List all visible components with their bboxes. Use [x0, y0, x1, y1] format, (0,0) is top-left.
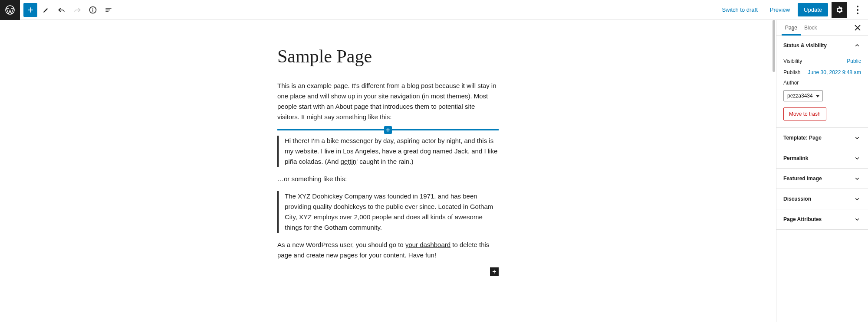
close-icon	[852, 23, 863, 33]
gear-icon	[835, 6, 844, 14]
visibility-row: Visibility Public	[783, 55, 861, 67]
undo-button[interactable]	[55, 3, 69, 17]
dots-vertical-icon	[851, 3, 865, 17]
outline-button[interactable]	[102, 3, 115, 17]
update-button[interactable]: Update	[798, 3, 828, 16]
more-options-button[interactable]	[851, 2, 865, 18]
panel-header-discussion[interactable]: Discussion	[776, 189, 868, 209]
add-block-end: +	[277, 267, 499, 276]
preview-button[interactable]: Preview	[766, 3, 794, 16]
top-toolbar: Switch to draft Preview Update	[0, 0, 868, 20]
switch-to-draft-button[interactable]: Switch to draft	[717, 3, 762, 16]
panel-title: Featured image	[783, 176, 822, 182]
panel-title: Template: Page	[783, 135, 822, 141]
paragraph-block[interactable]: This is an example page. It's different …	[277, 81, 499, 122]
chevron-down-icon	[853, 154, 861, 162]
details-button[interactable]	[86, 3, 100, 17]
quote-text: The XYZ Doohickey Company was founded in…	[285, 191, 499, 233]
panel-title: Permalink	[783, 155, 808, 161]
svg-point-3	[857, 9, 858, 11]
wordpress-logo[interactable]	[0, 0, 20, 20]
visibility-label: Visibility	[783, 58, 802, 64]
settings-sidebar: Page Block Status & visibility Visibilit…	[776, 20, 868, 322]
toolbar-left	[20, 3, 119, 17]
add-block-button[interactable]	[23, 3, 37, 17]
author-select[interactable]: pezza3434	[783, 90, 823, 101]
chevron-down-icon	[853, 175, 861, 182]
redo-icon	[73, 6, 82, 14]
close-sidebar-button[interactable]	[852, 23, 863, 33]
paragraph-block[interactable]: …or something like this:	[277, 174, 499, 184]
panel-discussion: Discussion	[776, 189, 868, 209]
undo-icon	[57, 6, 66, 14]
scrollbar[interactable]	[773, 20, 775, 72]
publish-value[interactable]: June 30, 2022 9:48 am	[808, 69, 861, 75]
panel-permalink: Permalink	[776, 148, 868, 169]
visibility-value[interactable]: Public	[847, 58, 861, 64]
info-icon	[89, 6, 97, 14]
chevron-down-icon	[853, 134, 861, 142]
chevron-down-icon	[853, 215, 861, 223]
panel-page-attributes: Page Attributes	[776, 209, 868, 230]
panel-title: Page Attributes	[783, 216, 822, 222]
edit-mode-button[interactable]	[39, 3, 53, 17]
panel-header-featured-image[interactable]: Featured image	[776, 169, 868, 189]
panel-status-visibility: Status & visibility Visibility Public Pu…	[776, 36, 868, 128]
pencil-icon	[42, 6, 50, 14]
quote-text: Hi there! I'm a bike messenger by day, a…	[285, 136, 499, 167]
panel-header-status[interactable]: Status & visibility	[776, 36, 868, 55]
tab-page[interactable]: Page	[782, 20, 801, 35]
author-value: pezza3434	[787, 93, 813, 99]
panel-template: Template: Page	[776, 128, 868, 148]
panel-title: Discussion	[783, 196, 811, 202]
inline-add-block-button[interactable]: +	[384, 126, 392, 134]
redo-button[interactable]	[70, 3, 84, 17]
svg-point-4	[857, 13, 858, 14]
plus-icon	[26, 6, 35, 14]
svg-point-2	[857, 6, 858, 7]
block-insert-line: +	[277, 129, 499, 130]
publish-row: Publish June 30, 2022 9:48 am	[783, 67, 861, 78]
panel-header-template[interactable]: Template: Page	[776, 128, 868, 148]
panel-featured-image: Featured image	[776, 169, 868, 189]
panel-title: Status & visibility	[783, 42, 827, 49]
editor-area[interactable]: Sample Page This is an example page. It'…	[0, 20, 776, 322]
toolbar-right: Switch to draft Preview Update	[717, 2, 868, 18]
chevron-up-icon	[853, 42, 861, 49]
quote-block[interactable]: The XYZ Doohickey Company was founded in…	[277, 191, 499, 233]
quote-block[interactable]: Hi there! I'm a bike messenger by day, a…	[277, 136, 499, 167]
author-row: Author pezza3434	[783, 78, 861, 101]
panel-header-page-attributes[interactable]: Page Attributes	[776, 209, 868, 229]
wordpress-icon	[5, 5, 15, 15]
page-title[interactable]: Sample Page	[277, 46, 499, 67]
publish-label: Publish	[783, 69, 800, 75]
panel-header-permalink[interactable]: Permalink	[776, 148, 868, 168]
paragraph-block[interactable]: As a new WordPress user, you should go t…	[277, 240, 499, 260]
dashboard-link[interactable]: your dashboard	[405, 241, 450, 248]
move-to-trash-button[interactable]: Move to trash	[783, 107, 826, 120]
list-icon	[104, 6, 113, 14]
settings-button[interactable]	[832, 2, 847, 18]
chevron-down-icon	[853, 195, 861, 203]
append-block-button[interactable]: +	[490, 267, 499, 276]
tab-block[interactable]: Block	[801, 20, 820, 35]
sidebar-tabs: Page Block	[776, 20, 868, 36]
author-label: Author	[783, 78, 861, 88]
